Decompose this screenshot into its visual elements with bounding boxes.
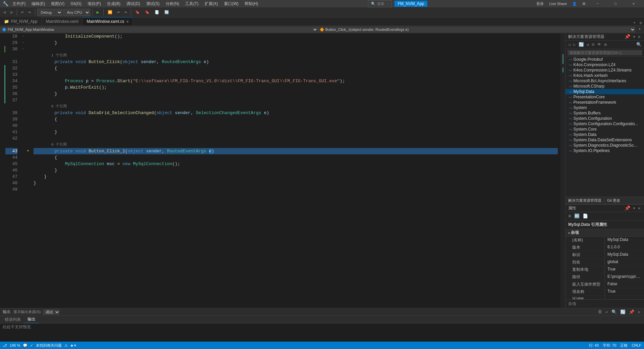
se-refresh-btn[interactable]: ↺ xyxy=(586,41,590,48)
signin-btn[interactable]: 登录 xyxy=(535,1,545,7)
tab-close-icon[interactable]: ✕ xyxy=(126,20,129,23)
tree-item-lz4-streams[interactable]: ◦○ K4os.Compression.LZ4.Streams xyxy=(566,67,644,73)
add-tab-btn[interactable]: + xyxy=(631,21,638,26)
tree-item-mysql[interactable]: ◦○ MySql.Data xyxy=(566,89,644,94)
tree-item-google-protobuf[interactable]: ◦○ Google.Protobuf xyxy=(566,57,644,62)
expand-all-btn[interactable]: + xyxy=(637,27,643,32)
menu-help[interactable]: 帮助(H) xyxy=(243,1,260,7)
menu-view[interactable]: 视图(V) xyxy=(49,1,66,7)
tree-item-system-core[interactable]: ◦○ System.Core xyxy=(566,127,644,132)
props-pages-btn[interactable]: 📄 xyxy=(582,213,589,219)
win-maximize-btn[interactable]: □ xyxy=(608,0,623,7)
tree-item-system[interactable]: ◦○ System xyxy=(566,105,644,110)
props-sort-cat-btn[interactable]: ⊞ xyxy=(568,213,572,219)
output-wrap-btn[interactable]: ↩ xyxy=(604,309,609,315)
toolbar-icon5[interactable]: 🔖 xyxy=(143,9,152,15)
solution-tree[interactable]: ◦○ Google.Protobuf ◦○ K4os.Compression.L… xyxy=(566,57,644,197)
se-tab-solution[interactable]: 解决方案资源管理器 xyxy=(566,197,604,204)
solution-search-input[interactable] xyxy=(568,50,642,55)
toolbar-icon3[interactable]: ↪ xyxy=(123,9,129,15)
method-nav-dropdown[interactable]: 🔶 Button_Click_1(object sender, RoutedEv… xyxy=(318,27,635,33)
solution-tab[interactable]: 📁 FM_NVM_App xyxy=(0,17,42,26)
solution-search-box[interactable] xyxy=(566,49,644,57)
code-editor[interactable]: InitializeComponent(); } 1 个引用 private v… xyxy=(31,33,560,308)
props-sort-alpha-btn[interactable]: 🔤 xyxy=(573,213,581,219)
menu-project[interactable]: 项目(P) xyxy=(86,1,103,7)
menu-test[interactable]: 测试(S) xyxy=(144,1,162,7)
feedback-icon[interactable]: 💬 xyxy=(23,343,28,348)
debug-config-dropdown[interactable]: Debug Release xyxy=(37,9,62,16)
se-collapse-btn[interactable]: ⊟ xyxy=(591,41,595,48)
output-clear-btn[interactable]: 🗑 xyxy=(597,309,603,315)
tab-xaml[interactable]: MainWindow.xaml xyxy=(42,17,83,26)
platform-dropdown[interactable]: Any CPU x64 x86 xyxy=(63,9,90,16)
start-btn[interactable]: ▶ xyxy=(95,8,101,16)
tab-output[interactable]: 输出 xyxy=(24,316,39,323)
zoom-level[interactable]: 146 % xyxy=(10,343,20,347)
search-box[interactable]: 🔍 搜索 - xyxy=(368,0,392,7)
tree-item-system-config-full[interactable]: ◦○ System.Configuration.Configuratio... xyxy=(566,121,644,127)
toolbar-icon7[interactable]: 🔄 xyxy=(162,9,171,15)
win-minimize-btn[interactable]: − xyxy=(590,0,605,7)
tree-item-system-data-ext[interactable]: ◦○ System.Data.DataSetExtensions xyxy=(566,137,644,143)
undo-btn[interactable]: ↩ xyxy=(19,9,25,15)
toolbar-icon6[interactable]: 📑 xyxy=(153,9,161,15)
class-nav-dropdown[interactable]: 🔷 FM_NVM_App.MainWindow xyxy=(0,27,318,33)
tree-item-system-buffers[interactable]: ◦○ System.Buffers xyxy=(566,110,644,116)
toolbar-icon4[interactable]: 🔖 xyxy=(133,9,142,15)
git-icon[interactable]: ⎇ xyxy=(3,343,7,348)
se-dropdown-btn[interactable]: ▾ xyxy=(632,34,636,40)
encoding-info[interactable]: CRLF xyxy=(632,343,641,347)
menu-file[interactable]: 文件(F) xyxy=(10,1,28,7)
tree-item-system-config[interactable]: ◦○ System.Configuration xyxy=(566,116,644,121)
panel-options-btn[interactable]: ⚙ xyxy=(638,20,644,26)
tree-item-csharp[interactable]: ◦○ Microsoft.CSharp xyxy=(566,84,644,89)
menu-build[interactable]: 生成(B) xyxy=(105,1,122,7)
toolbar-icon1[interactable]: ⏪ xyxy=(106,9,114,15)
menu-extensions[interactable]: 扩展(X) xyxy=(203,1,220,7)
redo-btn[interactable]: ↪ xyxy=(26,9,33,15)
output-find-btn[interactable]: 🔍 xyxy=(610,309,618,315)
output-close-btn[interactable]: ✕ xyxy=(637,309,641,315)
forward-btn[interactable]: ▷ xyxy=(9,9,15,15)
win-close-btn[interactable]: ✕ xyxy=(626,0,641,7)
se-filter-btn[interactable]: ⚙ xyxy=(603,41,608,48)
tree-item-system-diag[interactable]: ◦○ System.Diagnostics.DiagnosticSo... xyxy=(566,143,644,148)
output-source-select[interactable]: 调试 生成 xyxy=(43,309,60,315)
minimap[interactable] xyxy=(560,33,565,308)
tree-item-presentation-core[interactable]: ◦○ PresentationCore xyxy=(566,94,644,100)
output-sync-btn[interactable]: 🔄 xyxy=(619,309,627,315)
se-close-btn[interactable]: ✕ xyxy=(637,34,641,40)
menu-edit[interactable]: 编辑(E) xyxy=(30,1,47,7)
menu-git[interactable]: Git(G) xyxy=(68,1,84,6)
settings-btn[interactable]: ⚙ xyxy=(581,1,587,7)
se-tab-git[interactable]: Git 更改 xyxy=(604,197,623,204)
menu-window[interactable]: 窗口(W) xyxy=(222,1,240,7)
menu-debug[interactable]: 调试(D) xyxy=(124,1,142,7)
status-indicator[interactable]: ◈ ▾ xyxy=(70,343,76,348)
se-sync-btn[interactable]: 🔄 xyxy=(578,41,585,48)
tab-error-list[interactable]: 错误列表 xyxy=(1,316,24,323)
props-pin-btn[interactable]: 📌 xyxy=(624,205,631,211)
menu-analyze[interactable]: 分析(N) xyxy=(164,1,181,7)
se-forward-btn[interactable]: ▷ xyxy=(572,41,577,48)
se-back-btn[interactable]: ◁ xyxy=(567,41,572,48)
props-dropdown-btn[interactable]: ▾ xyxy=(632,205,636,211)
account-icon[interactable]: 👤 xyxy=(571,1,578,7)
tree-item-system-data[interactable]: ◦○ System.Data xyxy=(566,132,644,137)
output-pin-btn[interactable]: 📌 xyxy=(628,309,635,315)
props-close-btn[interactable]: ✕ xyxy=(637,205,641,211)
props-section-collapse[interactable]: ▪ xyxy=(568,231,570,235)
se-pin-btn[interactable]: 📌 xyxy=(624,34,631,40)
tree-item-lz4[interactable]: ◦○ K4os.Compression.LZ4 xyxy=(566,62,644,67)
tree-item-bcl-async[interactable]: ◦○ Microsoft.Bcl.AsyncInterfaces xyxy=(566,78,644,84)
tab-xaml-cs[interactable]: MainWindow.xaml.cs ✕ xyxy=(83,17,133,26)
se-search-btn[interactable]: 🔍 xyxy=(635,41,643,48)
tree-item-presentation-fw[interactable]: ◦○ PresentationFramework xyxy=(566,100,644,105)
toolbar-icon2[interactable]: ↩ xyxy=(115,9,122,15)
menu-tools[interactable]: 工具(T) xyxy=(183,1,200,7)
status-warning-icon[interactable]: ⚠ xyxy=(64,343,68,348)
tree-item-system-io[interactable]: ◦○ System.IO.Pipelines xyxy=(566,148,644,153)
se-show-all-btn[interactable]: 👁 xyxy=(596,42,602,48)
tree-item-xxhash[interactable]: ◦○ K4os.Hash.xxHash xyxy=(566,73,644,78)
